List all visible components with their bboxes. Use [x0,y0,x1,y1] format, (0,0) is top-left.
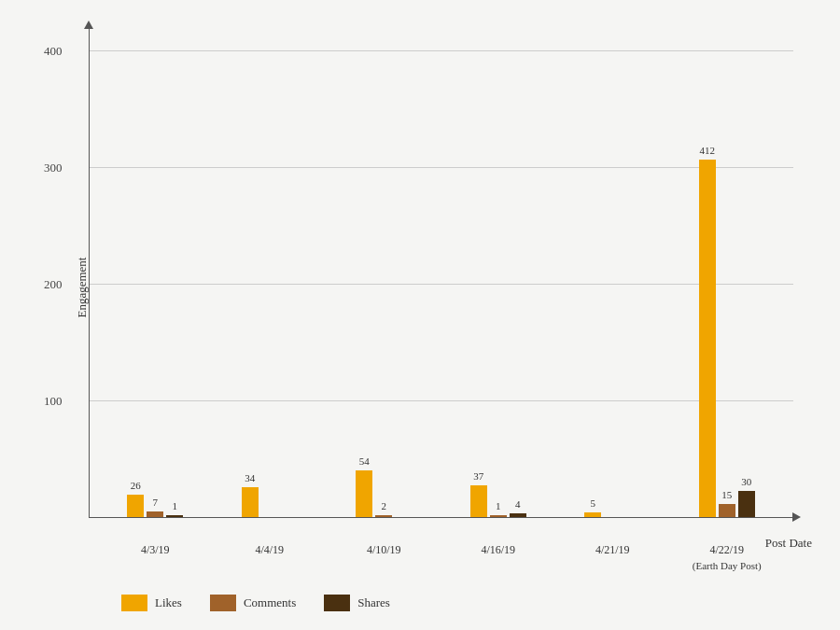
bar-rect-likes [584,512,601,517]
bar-rect-shares [510,513,526,517]
x-axis-arrow [792,512,801,522]
bar-comments: 7 [147,497,163,518]
bar-rect-likes [356,470,372,517]
bar-label-likes: 54 [359,455,370,469]
bar-shares: 4 [510,498,526,517]
bar-comments [604,502,621,517]
legend: LikesCommentsShares [121,595,390,611]
bar-rect-likes [699,160,716,517]
bar-label-comments: 2 [382,500,387,513]
bar-group-inner: 34 [242,472,298,517]
bar-group: 542 [327,455,441,517]
bar-label-comments: 1 [496,500,501,513]
bar-label-likes: 26 [131,480,141,493]
x-label: 4/21/19 [555,542,670,574]
legend-item-shares: Shares [324,595,390,611]
bar-rect-comments [147,511,163,518]
bar-rect-likes [127,495,144,517]
bar-shares [395,502,412,517]
x-label: 4/10/19 [327,542,441,574]
bar-group: 4121530 [670,145,785,517]
bars-container: 267134542371454121530 [89,28,793,517]
bar-rect-comments [490,515,507,517]
grid-label: 400 [44,44,63,59]
bar-shares [623,502,640,517]
bar-label-shares: 30 [741,476,751,489]
bar-group: 5 [555,497,670,517]
bar-rect-shares [166,515,183,517]
bar-group: 2671 [98,480,213,517]
legend-swatch-shares [324,595,350,611]
main-chart: 400300200100 267134542371454121530 4/3/1… [89,28,793,518]
bar-rect-likes [242,487,259,517]
bar-label-likes: 37 [473,470,483,483]
x-label: 4/16/19 [441,542,556,574]
bar-label-comments: 7 [153,497,159,510]
grid-label: 200 [44,277,63,292]
legend-label-comments: Comments [244,595,296,610]
bar-comments: 15 [719,489,735,517]
bar-likes: 34 [242,472,259,517]
grid-label: 300 [44,161,63,175]
grid-label: 100 [44,394,63,409]
x-label: 4/3/19 [98,542,213,574]
bar-likes: 412 [699,145,716,517]
x-axis-title: Post Date [765,536,812,551]
bar-comments [261,502,278,517]
bar-label-shares: 4 [515,498,521,511]
legend-item-comments: Comments [210,595,296,611]
bar-likes: 54 [356,455,372,517]
x-axis [89,517,793,518]
bar-label-likes: 412 [700,145,716,158]
bar-group-inner: 4121530 [699,145,755,517]
bar-group-inner: 2671 [127,480,183,517]
bar-shares [281,502,298,517]
bar-likes: 37 [470,470,487,517]
bar-shares: 1 [166,500,183,517]
legend-label-shares: Shares [357,595,390,610]
bar-comments: 1 [490,500,507,517]
bar-rect-shares [738,491,755,517]
bar-likes: 26 [127,480,144,517]
bar-group-inner: 5 [584,497,640,517]
bar-group-inner: 542 [356,455,412,517]
bar-label-likes: 5 [591,497,596,511]
bar-rect-comments [719,504,735,517]
y-axis-label: Engagement [75,258,90,318]
bar-label-likes: 34 [245,472,255,485]
bar-shares: 30 [738,476,755,517]
x-label: 4/4/19 [213,542,328,574]
legend-swatch-likes [121,595,147,611]
bar-group: 3714 [441,470,556,517]
bar-rect-comments [375,515,392,517]
bar-label-comments: 15 [721,489,732,502]
bar-likes: 5 [584,497,601,517]
x-labels-container: 4/3/194/4/194/10/194/16/194/21/194/22/19… [89,542,793,574]
bar-group: 34 [213,472,328,517]
bar-label-shares: 1 [173,500,178,513]
legend-label-likes: Likes [155,595,182,610]
bar-rect-likes [470,485,487,517]
bar-comments: 2 [375,500,392,517]
legend-item-likes: Likes [121,595,182,611]
legend-swatch-comments [210,595,236,611]
bar-group-inner: 3714 [470,470,526,517]
